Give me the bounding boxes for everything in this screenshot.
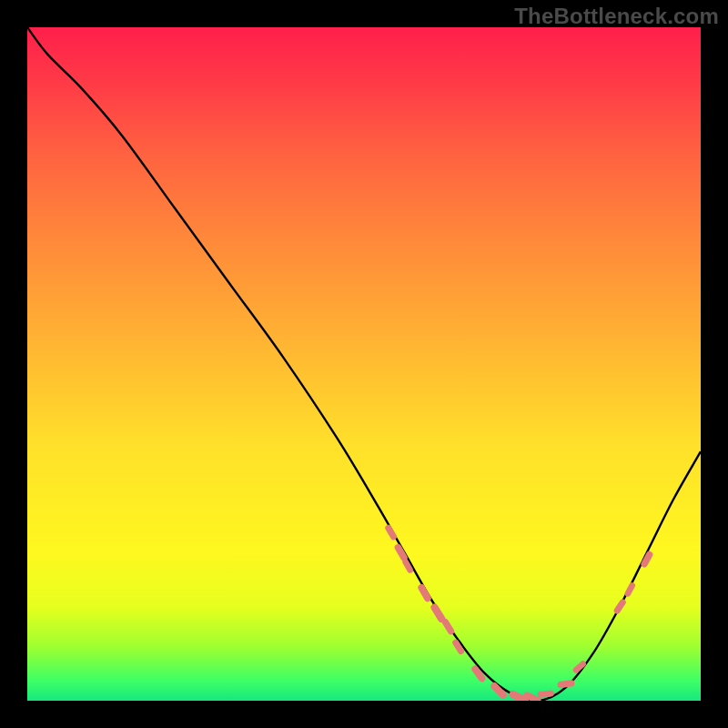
marker-group <box>384 523 654 701</box>
curve-marker <box>417 583 432 603</box>
chart-frame: TheBottleneck.com <box>0 0 728 728</box>
bottleneck-curve-svg <box>27 27 701 701</box>
curve-marker <box>612 598 627 615</box>
curve-marker <box>440 618 455 636</box>
chart-plot-area <box>27 27 701 701</box>
bottleneck-curve-path <box>27 27 701 701</box>
watermark-text: TheBottleneck.com <box>514 4 719 29</box>
curve-marker <box>623 581 636 598</box>
curve-marker <box>384 523 398 541</box>
curve-marker <box>557 680 575 689</box>
curve-marker <box>640 550 653 568</box>
